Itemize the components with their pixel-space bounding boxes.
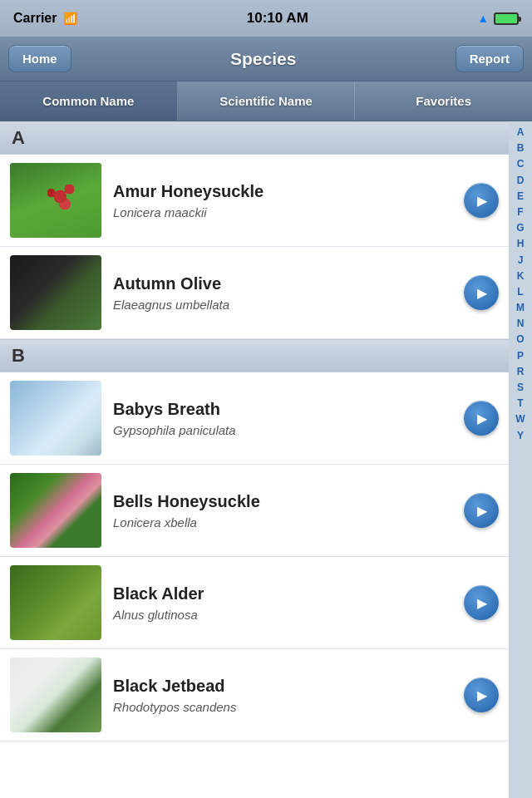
tab-scientific-name[interactable]: Scientific Name	[178, 81, 356, 121]
species-common-name: Babys Breath	[113, 400, 456, 419]
species-detail-arrow[interactable]	[464, 275, 499, 310]
index-letter-f[interactable]: F	[517, 204, 523, 220]
species-info: Babys BreathGypsophila paniculata	[113, 400, 456, 437]
species-thumbnail	[10, 565, 101, 640]
tab-favorites[interactable]: Favorites	[355, 81, 532, 121]
section-header-b: B	[0, 339, 509, 372]
status-time: 10:10 AM	[247, 10, 308, 27]
index-letter-k[interactable]: K	[517, 268, 525, 284]
index-letter-l[interactable]: L	[517, 284, 523, 300]
index-letter-w[interactable]: W	[515, 411, 525, 427]
species-scientific-name: Gypsophila paniculata	[113, 423, 456, 437]
species-detail-arrow[interactable]	[464, 585, 499, 620]
index-letter-m[interactable]: M	[516, 300, 525, 316]
list-item[interactable]: Babys BreathGypsophila paniculata	[0, 372, 509, 465]
index-letter-t[interactable]: T	[517, 396, 523, 411]
home-button[interactable]: Home	[8, 45, 71, 72]
list-item[interactable]: Black JetbeadRhodotypos scandens	[0, 649, 509, 741]
index-letter-c[interactable]: C	[517, 156, 525, 172]
index-sidebar: ABCDEFGHJKLMNOPRSTWY	[509, 121, 532, 798]
species-scientific-name: Lonicera xbella	[113, 515, 456, 530]
index-letter-e[interactable]: E	[517, 189, 524, 204]
status-right: ▲	[477, 12, 519, 25]
species-detail-arrow[interactable]	[464, 401, 499, 436]
species-common-name: Amur Honeysuckle	[113, 182, 456, 201]
species-thumbnail	[10, 255, 101, 330]
species-info: Black AlderAlnus glutinosa	[113, 584, 456, 622]
index-letter-r[interactable]: R	[517, 364, 525, 380]
wifi-icon: 📶	[63, 12, 77, 25]
species-info: Autumn OliveElaeagnus umbellata	[113, 274, 456, 312]
tab-common-name[interactable]: Common Name	[0, 81, 178, 121]
species-list[interactable]: AAmur HoneysuckleLonicera maackiiAutumn …	[0, 121, 509, 798]
tab-bar: Common Name Scientific Name Favorites	[0, 81, 532, 121]
species-info: Amur HoneysuckleLonicera maackii	[113, 182, 456, 219]
species-scientific-name: Lonicera maackii	[113, 205, 456, 219]
list-item[interactable]: Amur HoneysuckleLonicera maackii	[0, 155, 509, 247]
index-letter-b[interactable]: B	[517, 140, 525, 156]
index-letter-h[interactable]: H	[517, 236, 525, 252]
content-area: AAmur HoneysuckleLonicera maackiiAutumn …	[0, 121, 532, 798]
battery-icon	[494, 12, 519, 25]
index-letter-y[interactable]: Y	[517, 428, 524, 444]
carrier-label: Carrier	[13, 11, 57, 26]
index-letter-s[interactable]: S	[517, 380, 524, 396]
species-thumbnail	[10, 163, 101, 238]
index-letter-g[interactable]: G	[516, 220, 524, 236]
species-info: Bells HoneysuckleLonicera xbella	[113, 492, 456, 530]
list-item[interactable]: Autumn OliveElaeagnus umbellata	[0, 247, 509, 339]
species-thumbnail	[10, 381, 101, 456]
index-letter-j[interactable]: J	[518, 253, 524, 268]
nav-bar: Home Species Report	[0, 37, 532, 81]
species-detail-arrow[interactable]	[464, 493, 499, 528]
location-icon: ▲	[477, 12, 489, 25]
species-thumbnail	[10, 473, 101, 548]
species-detail-arrow[interactable]	[464, 677, 499, 712]
index-letter-p[interactable]: P	[517, 348, 524, 364]
species-detail-arrow[interactable]	[464, 183, 499, 218]
list-item[interactable]: Black AlderAlnus glutinosa	[0, 557, 509, 649]
index-letter-n[interactable]: N	[517, 316, 525, 332]
index-letter-d[interactable]: D	[517, 173, 525, 189]
species-scientific-name: Rhodotypos scandens	[113, 700, 456, 714]
species-scientific-name: Elaeagnus umbellata	[113, 298, 456, 312]
report-button[interactable]: Report	[456, 45, 524, 72]
species-thumbnail	[10, 658, 101, 732]
species-common-name: Bells Honeysuckle	[113, 492, 456, 511]
species-info: Black JetbeadRhodotypos scandens	[113, 677, 456, 714]
species-scientific-name: Alnus glutinosa	[113, 608, 456, 622]
list-item[interactable]: Bells HoneysuckleLonicera xbella	[0, 465, 509, 557]
status-bar: Carrier 📶 10:10 AM ▲	[0, 0, 532, 37]
section-header-a: A	[0, 121, 509, 155]
species-common-name: Black Alder	[113, 584, 456, 603]
species-common-name: Autumn Olive	[113, 274, 456, 293]
species-common-name: Black Jetbead	[113, 677, 456, 696]
status-left: Carrier 📶	[13, 11, 77, 26]
index-letter-a[interactable]: A	[517, 125, 525, 140]
index-letter-o[interactable]: O	[516, 332, 524, 347]
nav-title: Species	[230, 49, 296, 69]
